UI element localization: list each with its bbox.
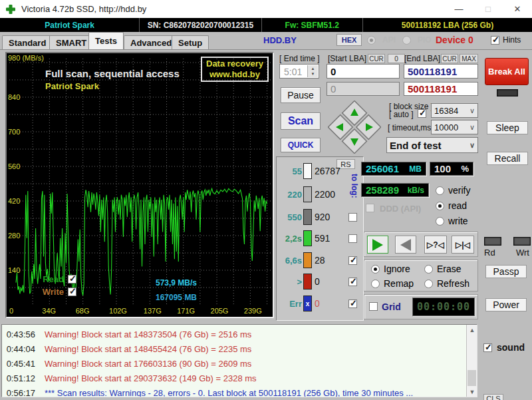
read-legend-checkbox[interactable] (68, 275, 76, 284)
nav-pad[interactable] (328, 100, 381, 154)
start-cur-button[interactable]: CUR (368, 54, 385, 63)
percent-value: 100 (434, 163, 451, 174)
log-time: 0:43:56 (2, 329, 35, 339)
tab-smart[interactable]: SMART (49, 35, 93, 49)
graph-title: Full scan, sequential access (45, 68, 180, 79)
remap-label: Remap (384, 278, 414, 289)
to-log-checkbox[interactable] (348, 256, 357, 265)
hints-checkbox[interactable] (491, 36, 499, 45)
svg-text:102G: 102G (109, 307, 127, 315)
api-radio[interactable] (367, 36, 376, 45)
wrt-label: Wrt (516, 248, 529, 258)
quick-button[interactable]: QUICK (281, 138, 321, 152)
scrollbar-thumb[interactable] (467, 370, 476, 386)
play-button[interactable] (367, 236, 388, 254)
end-lba-input[interactable]: 500118191 (404, 64, 478, 79)
end-max-button[interactable]: MAX (460, 54, 478, 63)
start-lba-input[interactable]: 0 (327, 64, 400, 79)
skip-end-button[interactable]: ▷|◁ (452, 236, 474, 254)
recall-button[interactable]: Recall (487, 152, 528, 165)
latency-bin-count: 2200 (315, 189, 335, 200)
current-speed-readout: 573,9 MB/s (156, 278, 197, 288)
timer-lcd: 00:00:00 (412, 298, 475, 316)
maximize-button[interactable]: □ (473, 0, 503, 18)
latency-bin-label: > (277, 277, 302, 287)
rd-led (484, 237, 501, 246)
tab-setup[interactable]: Setup (172, 35, 209, 49)
sleep-button[interactable]: Sleep (487, 121, 528, 134)
skip-question-button[interactable]: ▷?◁ (424, 236, 447, 254)
svg-text:840: 840 (8, 93, 20, 101)
to-log-checkbox[interactable] (348, 278, 357, 286)
pause-button[interactable]: Pause (281, 87, 321, 103)
write-legend-checkbox[interactable] (68, 288, 76, 296)
log-message: Warning! Block start at 148373504 (76 Gb… (45, 329, 251, 339)
chevron-down-icon: ∨ (469, 123, 475, 132)
device-indicator[interactable]: Device 0 (436, 35, 473, 45)
scan-button[interactable]: Scan (281, 112, 321, 130)
latency-bin-label: Err (277, 299, 302, 309)
speed-lcd: 258289 kB/s (361, 183, 429, 197)
ddd-label: DDD (API) (380, 204, 421, 214)
end-time-label: [ End time ] (279, 54, 320, 63)
to-log-checkbox[interactable] (348, 213, 357, 222)
read-radio[interactable] (436, 202, 444, 210)
hex-button[interactable]: HEX (336, 34, 362, 46)
end-time-value: 5:01 (284, 67, 302, 77)
hddby-link[interactable]: HDD.BY (263, 35, 297, 45)
refresh-label: Refresh (437, 278, 469, 289)
percent-lcd: 100 % (430, 162, 473, 176)
histogram-row: > 0 (277, 273, 364, 290)
block-size-select[interactable]: 16384∨ (431, 103, 478, 118)
position-unit: MB (409, 164, 422, 174)
activity-led (497, 89, 518, 97)
current-position-readout: 167095 MB (156, 293, 197, 302)
minimize-button[interactable]: — (444, 0, 473, 18)
block-size-value: 16384 (434, 106, 458, 116)
to-log-checkbox[interactable] (348, 234, 357, 243)
grid-checkbox[interactable] (369, 302, 378, 311)
spinner-arrows-icon[interactable]: ▲▼ (307, 65, 318, 77)
close-button[interactable]: ✕ (503, 0, 532, 18)
write-radio[interactable] (436, 217, 444, 226)
auto-checkbox[interactable] (418, 109, 426, 118)
break-all-button[interactable]: Break All (485, 58, 529, 85)
to-log-checkbox[interactable] (348, 300, 357, 308)
scroll-up-icon[interactable]: ▲ (467, 325, 477, 335)
passp-button[interactable]: Passp (485, 265, 527, 278)
end-cur-button[interactable]: CUR (441, 54, 458, 63)
svg-text:0: 0 (9, 307, 13, 315)
log-time: 0:44:04 (2, 344, 35, 354)
back-button[interactable] (395, 236, 416, 254)
read-legend-label: Read (37, 274, 64, 284)
timeout-select[interactable]: 10000∨ (431, 120, 478, 134)
transport-group: ▷?◁ ▷|◁ (364, 232, 478, 257)
grid-label: Grid (382, 301, 401, 312)
end-time-spinner[interactable]: 5:01 ▲▼ (279, 64, 319, 79)
tab-standard[interactable]: Standard (2, 35, 53, 49)
title-bar: Victoria 4.72b SSD, http://hdd.by — □ ✕ (0, 0, 532, 18)
verify-radio[interactable] (436, 186, 444, 195)
scroll-down-icon[interactable]: ▼ (467, 387, 477, 397)
ignore-radio[interactable] (371, 265, 380, 274)
log-scrollbar[interactable]: ▲ ▼ (466, 325, 477, 397)
cls-button[interactable]: CLS (483, 394, 503, 400)
latency-bin-label: 6,6s (277, 256, 302, 266)
pio-radio[interactable] (402, 36, 411, 45)
sound-checkbox[interactable] (483, 343, 492, 352)
latency-bin-swatch (303, 209, 312, 225)
log-entry: 0:44:04 Warning! Block start at 14845542… (2, 341, 477, 356)
end-action-select[interactable]: End of test∨ (386, 137, 478, 153)
latency-bin-swatch (303, 274, 312, 290)
power-button[interactable]: Power (485, 298, 527, 311)
ddd-checkbox[interactable] (366, 204, 374, 212)
start-zero-button[interactable]: 0 (388, 54, 405, 63)
refresh-radio[interactable] (424, 280, 433, 288)
remap-radio[interactable] (371, 280, 380, 288)
drive-info-bar: Patriot Spark SN: C8620782020700012315 F… (0, 18, 532, 32)
svg-text:280: 280 (8, 232, 20, 240)
error-bin-swatch: x (303, 296, 312, 311)
tab-advanced[interactable]: Advanced (124, 35, 178, 49)
tab-tests[interactable]: Tests (88, 32, 124, 49)
erase-radio[interactable] (424, 265, 433, 274)
